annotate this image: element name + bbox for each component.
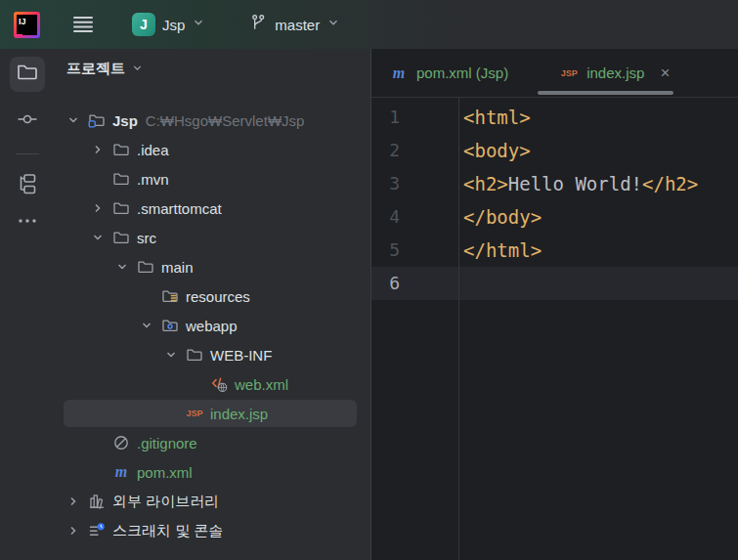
tree-item-label: 스크래치 및 콘솔 bbox=[112, 522, 223, 540]
tree-item-web-inf[interactable]: WEB-INF bbox=[54, 340, 370, 369]
chevron-down-icon bbox=[192, 16, 205, 33]
project-panel-header[interactable]: 프로젝트 bbox=[54, 49, 370, 88]
line-number[interactable]: 5 bbox=[371, 234, 458, 267]
folder-icon bbox=[185, 346, 204, 364]
chevron-down-icon[interactable] bbox=[65, 112, 87, 128]
code-line[interactable] bbox=[463, 267, 738, 300]
tree-item-label: .mvn bbox=[137, 171, 169, 188]
folder-icon bbox=[111, 141, 131, 158]
intellij-logo-accent bbox=[16, 34, 22, 36]
chevron-down-icon[interactable] bbox=[114, 259, 136, 275]
main-menu-burger-icon[interactable] bbox=[71, 13, 95, 36]
branch-name: master bbox=[275, 17, 320, 33]
tree-item-label: index.jsp bbox=[210, 406, 268, 422]
chevron-spacer bbox=[90, 171, 111, 187]
gitignore-icon bbox=[111, 434, 131, 452]
line-number[interactable]: 2 bbox=[371, 134, 458, 167]
folder-icon bbox=[111, 170, 131, 188]
editor-tab-bar: mpom.xml (Jsp)JSPindex.jsp× bbox=[371, 49, 738, 98]
active-tab-underline bbox=[538, 91, 673, 95]
tree-item-src[interactable]: src bbox=[54, 223, 370, 252]
vcs-branch-widget[interactable]: master bbox=[248, 13, 340, 36]
tree-item-webapp[interactable]: webapp bbox=[54, 311, 370, 340]
intellij-logo-letters: IJ bbox=[17, 15, 37, 35]
tab-pom.xml-jsp-[interactable]: mpom.xml (Jsp) bbox=[373, 49, 530, 97]
tab-index.jsp[interactable]: JSPindex.jsp× bbox=[530, 49, 683, 97]
chevron-down-icon[interactable] bbox=[163, 347, 185, 363]
tree-item-label: web.xml bbox=[235, 376, 288, 393]
tree-item-.gitignore[interactable]: .gitignore bbox=[54, 428, 370, 457]
editor-gutter[interactable]: 123456 bbox=[371, 98, 459, 560]
token-tag: </h2> bbox=[642, 173, 698, 194]
project-widget[interactable]: J Jsp bbox=[132, 13, 205, 36]
tree-item-label: 외부 라이브러리 bbox=[112, 493, 219, 511]
chevron-down-icon[interactable] bbox=[90, 230, 111, 245]
maven-icon: m bbox=[389, 65, 409, 82]
project-name: Jsp bbox=[162, 17, 185, 33]
tree-item-index.jsp[interactable]: JSPindex.jsp bbox=[54, 399, 370, 428]
tree-item-외부-라이브러리[interactable]: 외부 라이브러리 bbox=[54, 487, 370, 516]
tree-item-main[interactable]: main bbox=[54, 252, 370, 281]
tree-item-.idea[interactable]: .idea bbox=[54, 135, 370, 164]
commit-icon bbox=[16, 108, 39, 135]
code-line[interactable]: </body> bbox=[463, 200, 738, 234]
project-tool-window: 프로젝트 JspC:₩Hsgo₩Servlet₩Jsp.idea.mvn.sma… bbox=[54, 49, 371, 560]
folder-icon bbox=[16, 61, 39, 88]
chevron-down-icon[interactable] bbox=[139, 318, 160, 333]
code-line[interactable]: <h2>Hello World!</h2> bbox=[463, 167, 738, 200]
tree-item-jsp[interactable]: JspC:₩Hsgo₩Servlet₩Jsp bbox=[54, 106, 370, 135]
code-lines[interactable]: <html><body><h2>Hello World!</h2></body>… bbox=[463, 101, 738, 300]
line-number[interactable]: 3 bbox=[371, 167, 458, 200]
project-path: C:₩Hsgo₩Servlet₩Jsp bbox=[146, 112, 305, 129]
editor-area: mpom.xml (Jsp)JSPindex.jsp× 123456 <html… bbox=[371, 49, 738, 560]
project-panel-title: 프로젝트 bbox=[66, 60, 125, 78]
tree-item-web.xml[interactable]: web.xml bbox=[54, 369, 370, 399]
chevron-down-icon bbox=[131, 61, 144, 77]
chevron-spacer bbox=[139, 288, 160, 304]
code-editor[interactable]: 123456 <html><body><h2>Hello World!</h2>… bbox=[371, 98, 738, 560]
tree-item-pom.xml[interactable]: mpom.xml bbox=[54, 457, 370, 487]
folder-icon bbox=[111, 199, 131, 217]
folder-project-icon bbox=[87, 111, 107, 129]
chevron-spacer bbox=[163, 406, 185, 421]
token-tag: </html> bbox=[463, 239, 542, 261]
tree-item-label: .smarttomcat bbox=[137, 200, 222, 217]
chevron-right-icon[interactable] bbox=[65, 494, 87, 509]
tree-item-label: WEB-INF bbox=[210, 347, 272, 364]
chevron-spacer bbox=[188, 376, 209, 392]
line-number[interactable]: 6 bbox=[371, 267, 458, 300]
tree-item-.smarttomcat[interactable]: .smarttomcat bbox=[54, 194, 370, 223]
activity-bar bbox=[0, 49, 54, 560]
tree-item-resources[interactable]: resources bbox=[54, 281, 370, 311]
line-number[interactable]: 1 bbox=[371, 101, 458, 134]
tree-item-.mvn[interactable]: .mvn bbox=[54, 164, 370, 194]
chevron-right-icon[interactable] bbox=[65, 523, 87, 538]
chevron-right-icon[interactable] bbox=[90, 142, 111, 157]
chevron-spacer bbox=[90, 435, 111, 451]
web-xml-icon bbox=[209, 375, 229, 393]
structure-tool-button[interactable] bbox=[10, 168, 45, 203]
more-tools-button[interactable] bbox=[10, 205, 45, 240]
tab-label: pom.xml (Jsp) bbox=[416, 65, 508, 81]
code-line[interactable]: <html> bbox=[463, 101, 738, 134]
project-tool-button[interactable] bbox=[10, 57, 45, 92]
code-line[interactable]: <body> bbox=[463, 134, 738, 167]
folder-icon bbox=[136, 258, 155, 276]
token-tag: <body> bbox=[463, 140, 531, 161]
tree-item-label: .gitignore bbox=[137, 435, 197, 452]
folder-icon bbox=[111, 229, 131, 246]
line-number[interactable]: 4 bbox=[371, 200, 458, 234]
code-line[interactable]: </html> bbox=[463, 234, 738, 267]
chevron-right-icon[interactable] bbox=[90, 200, 111, 216]
tree-item-label: Jsp bbox=[112, 112, 138, 129]
commit-tool-button[interactable] bbox=[10, 104, 45, 139]
intellij-logo-icon: IJ bbox=[14, 12, 40, 38]
toolbar-divider bbox=[16, 153, 39, 154]
main-toolbar: IJ J Jsp master bbox=[0, 0, 738, 49]
chevron-down-icon bbox=[326, 16, 340, 33]
close-tab-icon[interactable]: × bbox=[660, 65, 670, 81]
tree-item-스크래치-및-콘솔[interactable]: 스크래치 및 콘솔 bbox=[54, 516, 370, 545]
folder-resources-icon bbox=[160, 287, 180, 305]
folder-web-icon bbox=[160, 317, 180, 334]
structure-icon bbox=[16, 172, 39, 199]
